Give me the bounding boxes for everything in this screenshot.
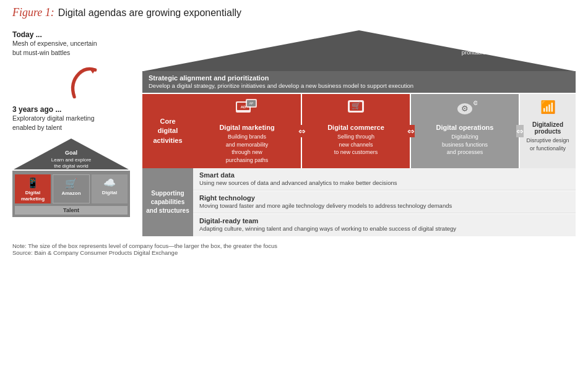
note-1: Note: The size of the box represents lev… xyxy=(12,242,576,249)
big-house-roof: Goal Use digital as a growth lever that … xyxy=(142,28,576,71)
digital-team-desc: Adapting culture, winning talent and cha… xyxy=(199,224,569,233)
years-label: 3 years ago ... xyxy=(12,105,136,114)
dm-desc: Building brandsand memorabilitythrough n… xyxy=(197,133,297,164)
right-panel: Goal Use digital as a growth lever that … xyxy=(142,28,576,236)
arrow-dc-do: ⇔ xyxy=(407,125,415,137)
arrow-do-dp: ⇔ xyxy=(516,125,524,137)
digital-marketing-col: AD AP Digital marketing Building brandsa… xyxy=(193,94,301,168)
small-house-body: 📱 Digital marketing 🛒 Amazon ☁️ Digital … xyxy=(12,171,130,218)
svg-text:⚙: ⚙ xyxy=(473,100,477,106)
strategic-desc: Develop a digital strategy, prioritize i… xyxy=(149,82,569,90)
arrow-area xyxy=(31,64,136,101)
digital-marketing-icon: AD AP xyxy=(197,98,297,121)
lower-area: Supporting capabilities and structures S… xyxy=(142,168,576,236)
small-amazon-box: 🛒 Amazon xyxy=(53,174,90,204)
digital-team-title: Digital-ready team xyxy=(199,217,569,224)
strategic-bar: Strategic alignment and prioritization D… xyxy=(142,71,576,93)
small-house-diagram: Goal Learn and explore the digital world… xyxy=(12,137,130,218)
svg-text:📶: 📶 xyxy=(540,100,556,114)
smart-data-title: Smart data xyxy=(199,171,569,179)
dp-title: Digitalized products xyxy=(524,121,572,135)
years-desc: Exploratory digital marketingenabled by … xyxy=(12,114,136,132)
today-label: Today ... xyxy=(12,30,136,39)
core-activities-area: Core digital activities AD AP xyxy=(142,94,576,168)
svg-text:⚙: ⚙ xyxy=(461,104,469,113)
smart-data-desc: Using new sources of data and advanced a… xyxy=(199,179,569,187)
figure-title-text: Digital agendas are growing exponentiall… xyxy=(58,7,241,19)
small-house-roof-svg: Goal Learn and explore the digital world xyxy=(12,137,130,169)
digitalized-products-icon: 📶 xyxy=(524,98,572,118)
digital-commerce-icon: 🛒 xyxy=(306,98,406,121)
digital-commerce-col: 🛒 Digital commerce Selling throughnew ch… xyxy=(302,94,410,168)
arrow-dm-dc: ⇔ xyxy=(298,125,306,137)
svg-text:AP: AP xyxy=(249,101,254,105)
three-years-box: 3 years ago ... Exploratory digital mark… xyxy=(12,105,136,132)
figure-number: Figure 1: xyxy=(12,6,54,19)
dc-title: Digital commerce xyxy=(306,124,406,131)
dm-title: Digital marketing xyxy=(197,124,297,131)
activities-area: AD AP Digital marketing Building brandsa… xyxy=(193,94,576,168)
goal-box: Goal Use digital as a growth lever that … xyxy=(451,33,557,57)
dp-desc: Disruptive designor functionality xyxy=(524,137,572,152)
today-desc: Mesh of expensive, uncertainbut must-win… xyxy=(12,39,136,57)
do-title: Digital operations xyxy=(415,124,515,131)
digital-ops-icon: ⚙ ⚙ xyxy=(415,98,515,121)
small-house-icons-row: 📱 Digital marketing 🛒 Amazon ☁️ Digital xyxy=(15,174,128,204)
capabilities-rows: Smart data Using new sources of data and… xyxy=(193,168,576,236)
small-talent-bar: Talent xyxy=(15,206,128,215)
right-tech-desc: Moving toward faster and more agile tech… xyxy=(199,202,569,210)
svg-text:the digital world: the digital world xyxy=(54,163,89,169)
supporting-label: Supporting capabilities and structures xyxy=(142,168,193,236)
svg-text:🛒: 🛒 xyxy=(352,101,361,110)
goal-desc: Use digital as a growth lever that creat… xyxy=(451,40,557,57)
digital-team-row: Digital-ready team Adapting culture, win… xyxy=(193,214,576,236)
do-desc: Digitalizingbusiness functionsand proces… xyxy=(415,133,515,156)
small-digital-marketing-box: 📱 Digital marketing xyxy=(15,174,51,204)
left-panel: Today ... Mesh of expensive, uncertainbu… xyxy=(12,28,136,217)
red-arrow-icon xyxy=(65,64,102,101)
digital-operations-col: ⚙ ⚙ Digital operations Digitalizingbusin… xyxy=(411,94,519,168)
right-tech-row: Right technology Moving toward faster an… xyxy=(193,191,576,213)
strategic-title: Strategic alignment and prioritization xyxy=(149,74,569,82)
note-2: Source: Bain & Company Consumer Products… xyxy=(12,249,576,256)
svg-text:AD: AD xyxy=(241,105,246,109)
today-box: Today ... Mesh of expensive, uncertainbu… xyxy=(12,28,136,59)
dc-desc: Selling throughnew channelsto new custom… xyxy=(306,133,406,156)
small-digital-box: ☁️ Digital xyxy=(92,174,128,204)
svg-text:Goal: Goal xyxy=(65,150,77,156)
core-label: Core digital activities xyxy=(142,94,193,168)
goal-label: Goal xyxy=(451,33,557,40)
notes-area: Note: The size of the box represents lev… xyxy=(12,242,576,256)
smart-data-row: Smart data Using new sources of data and… xyxy=(193,168,576,190)
figure-title: Figure 1: Digital agendas are growing ex… xyxy=(12,6,576,19)
svg-text:Learn and explore: Learn and explore xyxy=(51,157,92,163)
right-tech-title: Right technology xyxy=(199,194,569,202)
digitalized-products-col: 📶 Digitalized products Disruptive design… xyxy=(520,94,576,168)
